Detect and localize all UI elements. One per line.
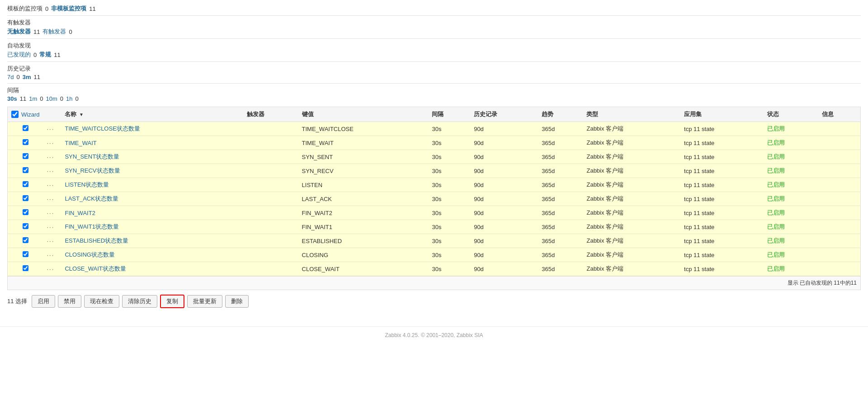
row-status: 已启用 [764,220,818,234]
enable-button[interactable]: 启用 [32,295,55,308]
row-info [818,178,860,192]
copy-button[interactable]: 复制 [160,295,184,308]
row-dots[interactable]: ··· [43,234,61,248]
normal-link[interactable]: 常规 [39,51,51,59]
header-info: 信息 [818,107,860,122]
row-dots[interactable]: ··· [43,248,61,262]
row-app: tcp 11 state [680,248,764,262]
row-info [818,206,860,220]
row-checkbox[interactable] [23,153,28,159]
header-name[interactable]: 名称 ▼ [61,107,243,122]
row-history: 90d [470,234,538,248]
row-interval: 30s [428,192,470,206]
row-interval: 30s [428,164,470,178]
row-name: TIME_WAITCLOSE状态数量 [61,122,243,136]
row-checkbox[interactable] [23,139,28,145]
clear-history-button[interactable]: 清除历史 [122,295,157,308]
row-checkbox[interactable] [23,181,28,187]
row-history: 90d [470,136,538,150]
row-checkbox[interactable] [23,237,28,243]
wizard-link[interactable]: Wizard [21,111,39,118]
row-name-link[interactable]: SYN_RECV状态数量 [65,167,120,174]
int-10m-link[interactable]: 10m [46,95,57,102]
row-key: SYN_RECV [298,164,429,178]
row-checkbox-cell [8,206,43,220]
discovered-link[interactable]: 已发现的 [7,51,31,59]
row-name-link[interactable]: FIN_WAIT2 [65,210,95,216]
table-row: ··· SYN_RECV状态数量 SYN_RECV 30s 90d 365d Z… [8,164,860,178]
row-status: 已启用 [764,136,818,150]
row-name-link[interactable]: LISTEN状态数量 [65,181,109,188]
row-triggers [243,248,298,262]
row-checkbox-cell [8,178,43,192]
row-dots[interactable]: ··· [43,220,61,234]
row-interval: 30s [428,178,470,192]
row-checkbox[interactable] [23,209,28,215]
row-name-link[interactable]: LAST_ACK状态数量 [65,195,118,202]
non-template-items-link[interactable]: 非模板监控项 [51,5,86,13]
check-now-button[interactable]: 现在检查 [84,295,119,308]
row-dots[interactable]: ··· [43,164,61,178]
row-status: 已启用 [764,262,818,276]
disable-button[interactable]: 禁用 [58,295,81,308]
row-checkbox-cell [8,164,43,178]
items-table: Wizard 名称 ▼ 触发器 键值 间隔 历史记录 趋势 类型 应用集 状态 [8,107,860,276]
row-checkbox[interactable] [23,265,28,271]
row-type: Zabbix 客户端 [583,178,680,192]
header-trend: 趋势 [538,107,583,122]
row-checkbox[interactable] [23,251,28,257]
int-1h-link[interactable]: 1h [66,95,72,102]
discovered-count: 0 [33,52,37,58]
row-checkbox[interactable] [23,167,28,173]
row-key: LISTEN [298,178,429,192]
row-name-link[interactable]: FIN_WAIT1状态数量 [65,223,118,230]
row-dots[interactable]: ··· [43,150,61,164]
hist-7d-link[interactable]: 7d [7,74,14,80]
discovery-title: 自动发现 [7,42,861,50]
int-1m-link[interactable]: 1m [29,95,37,102]
row-triggers [243,206,298,220]
row-app: tcp 11 state [680,220,764,234]
row-name-link[interactable]: SYN_SENT状态数量 [65,153,119,160]
hist-3m-link[interactable]: 3m [23,74,31,80]
row-dots[interactable]: ··· [43,192,61,206]
row-app: tcp 11 state [680,150,764,164]
has-triggers-link[interactable]: 有触发器 [42,28,66,36]
row-checkbox[interactable] [23,223,28,229]
template-items-value: 0 [45,5,48,12]
row-name-link[interactable]: TIME_WAITCLOSE状态数量 [65,125,140,132]
select-all-checkbox[interactable] [11,111,19,118]
row-key: FIN_WAIT2 [298,206,429,220]
row-interval: 30s [428,220,470,234]
row-dots[interactable]: ··· [43,178,61,192]
int-30s-link[interactable]: 30s [7,95,17,102]
wizard-header: Wizard [11,111,39,118]
row-history: 90d [470,206,538,220]
batch-update-button[interactable]: 批量更新 [187,295,222,308]
row-checkbox[interactable] [23,125,28,131]
row-app: tcp 11 state [680,136,764,150]
row-checkbox-cell [8,248,43,262]
row-triggers [243,220,298,234]
row-type: Zabbix 客户端 [583,136,680,150]
row-checkbox[interactable] [23,195,28,201]
delete-button[interactable]: 删除 [225,295,249,308]
row-triggers [243,136,298,150]
row-dots[interactable]: ··· [43,206,61,220]
history-row: 7d 0 3m 11 [7,74,861,80]
row-dots[interactable]: ··· [43,136,61,150]
no-triggers-link[interactable]: 无触发器 [7,28,31,36]
row-trend: 365d [538,234,583,248]
row-name-link[interactable]: TIME_WAIT [65,140,96,146]
row-name-link[interactable]: CLOSE_WAIT状态数量 [65,265,126,272]
row-key: FIN_WAIT1 [298,220,429,234]
row-name-link[interactable]: CLOSING状态数量 [65,251,115,258]
row-type: Zabbix 客户端 [583,122,680,136]
row-name: FIN_WAIT2 [61,206,243,220]
row-dots[interactable]: ··· [43,262,61,276]
table-row: ··· CLOSE_WAIT状态数量 CLOSE_WAIT 30s 90d 36… [8,262,860,276]
row-checkbox-cell [8,220,43,234]
row-type: Zabbix 客户端 [583,220,680,234]
row-dots[interactable]: ··· [43,122,61,136]
row-name-link[interactable]: ESTABLISHED状态数量 [65,237,128,244]
